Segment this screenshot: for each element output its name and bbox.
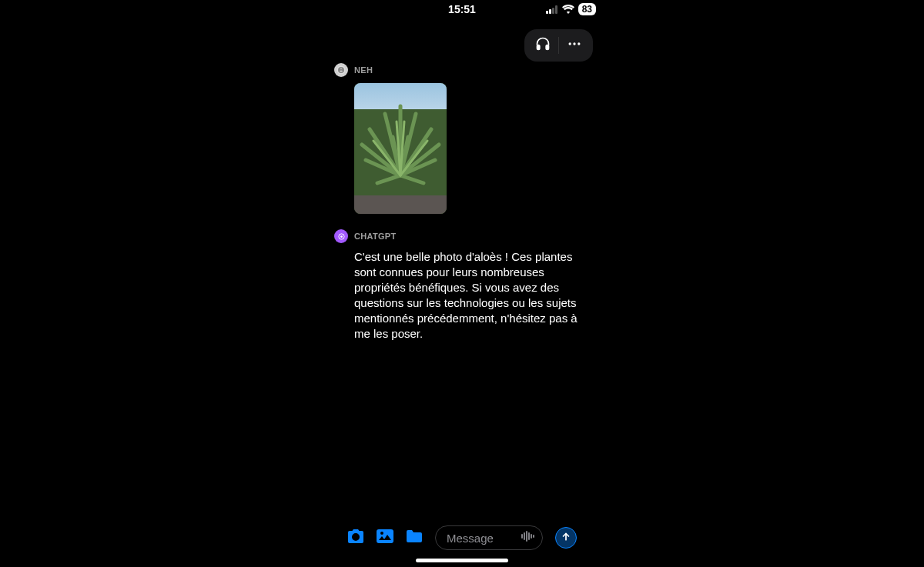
image-attachment[interactable] bbox=[354, 83, 447, 214]
phone-frame: 15:51 83 bbox=[316, 0, 608, 567]
svg-rect-3 bbox=[555, 5, 557, 14]
headphones-button[interactable] bbox=[531, 33, 555, 58]
bot-avatar bbox=[334, 229, 348, 243]
svg-point-13 bbox=[353, 535, 358, 539]
svg-rect-0 bbox=[546, 11, 548, 14]
status-bar: 15:51 83 bbox=[316, 2, 608, 17]
composer: Message bbox=[316, 525, 608, 550]
message-list: NEH bbox=[316, 63, 608, 342]
bot-name-label: CHATGPT bbox=[354, 232, 396, 241]
battery-badge: 83 bbox=[578, 3, 596, 15]
folder-icon bbox=[405, 529, 424, 547]
svg-rect-1 bbox=[549, 9, 551, 14]
svg-rect-4 bbox=[537, 45, 540, 50]
send-button[interactable] bbox=[555, 527, 577, 549]
bot-message-text: C'est une belle photo d'aloès ! Ces plan… bbox=[354, 249, 585, 342]
top-action-group bbox=[524, 29, 593, 62]
headphones-icon bbox=[535, 36, 551, 55]
message-header: CHATGPT bbox=[334, 229, 590, 243]
gallery-icon bbox=[376, 529, 394, 547]
arrow-up-icon bbox=[561, 531, 571, 545]
home-indicator[interactable] bbox=[416, 559, 508, 562]
more-horizontal-icon bbox=[567, 36, 582, 55]
svg-rect-5 bbox=[546, 45, 548, 50]
more-button[interactable] bbox=[562, 33, 587, 58]
svg-rect-2 bbox=[552, 8, 554, 14]
message-user: NEH bbox=[334, 63, 590, 214]
svg-rect-14 bbox=[377, 529, 393, 543]
gallery-button[interactable] bbox=[377, 529, 393, 546]
waveform-icon bbox=[521, 531, 534, 545]
svg-point-15 bbox=[380, 532, 383, 535]
message-input[interactable]: Message bbox=[435, 525, 543, 550]
camera-icon bbox=[346, 528, 365, 548]
wifi-icon bbox=[562, 5, 574, 14]
divider bbox=[558, 37, 559, 54]
svg-point-12 bbox=[340, 235, 343, 238]
svg-point-6 bbox=[569, 42, 571, 45]
cellular-signal-icon bbox=[546, 5, 558, 14]
user-name-label: NEH bbox=[354, 65, 373, 75]
svg-point-7 bbox=[573, 42, 575, 45]
message-placeholder: Message bbox=[447, 532, 494, 545]
dictate-button[interactable] bbox=[521, 531, 534, 545]
svg-point-8 bbox=[578, 42, 580, 45]
status-right: 83 bbox=[546, 3, 596, 15]
message-bot: CHATGPT C'est une belle photo d'aloès ! … bbox=[334, 229, 590, 342]
user-avatar bbox=[334, 63, 348, 77]
camera-button[interactable] bbox=[347, 529, 364, 546]
message-header: NEH bbox=[334, 63, 590, 77]
files-button[interactable] bbox=[406, 529, 423, 546]
